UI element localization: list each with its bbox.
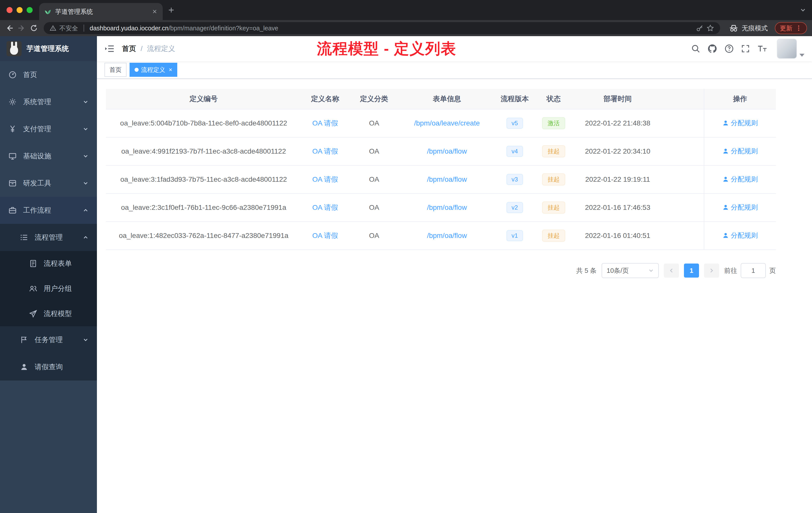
user-icon: [20, 363, 28, 371]
deploy-time: 2022-01-16 17:46:53: [573, 193, 663, 221]
sidebar-item-task-management[interactable]: 任务管理: [0, 326, 97, 353]
sidebar-item-user-group[interactable]: 用户分组: [0, 276, 97, 301]
prev-page-button[interactable]: [664, 264, 679, 278]
users-icon: [29, 284, 37, 293]
chrome-update-button[interactable]: 更新: [775, 22, 807, 34]
sidebar: 芋道管理系统 首页 系统管理: [0, 36, 97, 513]
chevron-down-icon: [648, 268, 654, 273]
traffic-lights: [0, 7, 39, 13]
assign-rule-button[interactable]: 分配规则: [722, 147, 758, 156]
browser-menu-icon[interactable]: [795, 25, 802, 31]
definition-name-link[interactable]: OA 请假: [312, 204, 338, 211]
definition-id: oa_leave:3:1fad3d93-7b75-11ec-a3c8-acde4…: [106, 165, 301, 193]
fullscreen-icon[interactable]: [741, 44, 750, 53]
chevron-up-icon: [83, 208, 88, 213]
assign-rule-button[interactable]: 分配规则: [722, 118, 758, 127]
col-operation: 操作: [704, 89, 776, 109]
search-icon[interactable]: [692, 44, 700, 53]
sidebar-item-label: 工作流程: [23, 206, 51, 215]
breadcrumb-current: 流程定义: [147, 44, 175, 54]
sidebar-item-process-model[interactable]: 流程模型: [0, 301, 97, 326]
help-icon[interactable]: [725, 44, 734, 53]
next-page-button[interactable]: [704, 264, 719, 278]
status-badge: 挂起: [542, 230, 565, 242]
definition-category: OA: [349, 221, 399, 250]
definition-category: OA: [349, 109, 399, 137]
form-info-link[interactable]: /bpm/oa/flow: [427, 147, 467, 155]
browser-tab[interactable]: 芋道管理系统: [39, 3, 163, 20]
tab-close-icon[interactable]: [152, 8, 158, 14]
sidebar-item-leave-query[interactable]: 请假查询: [0, 353, 97, 381]
tag-close-icon[interactable]: ×: [169, 66, 172, 73]
navbar-actions: [692, 39, 805, 59]
tag-process-definition[interactable]: 流程定义 ×: [129, 63, 177, 77]
tab-favicon-icon: [44, 8, 51, 15]
bookmark-star-icon[interactable]: [706, 24, 714, 32]
avatar[interactable]: [777, 39, 797, 59]
breadcrumb-separator: /: [141, 45, 143, 53]
minimize-window-button[interactable]: [17, 7, 23, 13]
not-secure-warning-icon[interactable]: [50, 25, 56, 31]
user-menu[interactable]: [777, 39, 805, 59]
definition-name-link[interactable]: OA 请假: [312, 119, 338, 127]
sidebar-toggle-icon[interactable]: [105, 44, 115, 54]
col-process-version: 流程版本: [495, 89, 535, 109]
zoom-window-button[interactable]: [27, 7, 33, 13]
version-badge: v1: [506, 230, 523, 241]
sidebar-item-infrastructure[interactable]: 基础设施: [0, 143, 97, 170]
chevron-up-icon: [83, 235, 88, 240]
password-key-icon[interactable]: [696, 24, 703, 32]
sidebar-item-system[interactable]: 系统管理: [0, 88, 97, 116]
forward-button[interactable]: [18, 24, 26, 32]
font-size-icon[interactable]: [757, 44, 767, 53]
form-info-link[interactable]: /bpm/oa/flow: [427, 232, 467, 239]
sidebar-item-payment[interactable]: 支付管理: [0, 116, 97, 143]
form-info-link[interactable]: /bpm/oa/flow: [427, 175, 467, 183]
definition-name-link[interactable]: OA 请假: [312, 232, 338, 239]
user-icon: [722, 176, 729, 182]
chevron-down-icon: [83, 126, 88, 132]
table-row: oa_leave:5:004b710b-7b8a-11ec-8ef0-acde4…: [106, 109, 776, 137]
goto-page-input[interactable]: [741, 263, 766, 278]
close-window-button[interactable]: [6, 7, 12, 13]
chevron-down-icon: [83, 99, 88, 105]
table-header-row: 定义编号 定义名称 定义分类 表单信息 流程版本 状态 部署时间 操作: [106, 89, 776, 109]
assign-rule-button[interactable]: 分配规则: [722, 203, 758, 212]
assign-rule-button[interactable]: 分配规则: [722, 231, 758, 240]
url-path: /bpm/manager/definition?key=oa_leave: [169, 25, 278, 32]
address-bar[interactable]: 不安全 dashboard.yudao.iocoder.cn/bpm/manag…: [44, 22, 720, 34]
page-content: 定义编号 定义名称 定义分类 表单信息 流程版本 状态 部署时间 操作: [97, 79, 812, 513]
sidebar-item-label: 用户分组: [44, 284, 72, 293]
sidebar-item-process-management[interactable]: 流程管理: [0, 224, 97, 251]
tab-strip: 芋道管理系统: [0, 0, 812, 20]
sidebar-item-label: 基础设施: [23, 151, 51, 161]
form-info-link[interactable]: /bpm/oa/flow: [427, 204, 467, 211]
list-icon: [20, 233, 28, 241]
definition-name-link[interactable]: OA 请假: [312, 147, 338, 155]
sidebar-item-workflow[interactable]: 工作流程: [0, 197, 97, 224]
back-button[interactable]: [5, 24, 13, 32]
tag-label: 流程定义: [141, 66, 165, 74]
assign-rule-button[interactable]: 分配规则: [722, 175, 758, 184]
form-info-link[interactable]: /bpm/oa/leave/create: [414, 119, 480, 127]
sidebar-item-devtools[interactable]: 研发工具: [0, 170, 97, 197]
reload-button[interactable]: [30, 24, 38, 32]
definition-name-link[interactable]: OA 请假: [312, 175, 338, 183]
tab-search-chevron-icon[interactable]: [800, 7, 806, 13]
sidebar-logo[interactable]: 芋道管理系统: [0, 36, 97, 61]
page-number-button[interactable]: 1: [684, 264, 699, 278]
top-navbar: 首页 / 流程定义 流程模型 - 定义列表: [97, 36, 812, 61]
sidebar-item-process-form[interactable]: 流程表单: [0, 251, 97, 276]
col-form-info: 表单信息: [399, 89, 495, 109]
tag-home[interactable]: 首页: [105, 63, 126, 77]
col-deploy-time: 部署时间: [573, 89, 663, 109]
definition-id: oa_leave:5:004b710b-7b8a-11ec-8ef0-acde4…: [106, 109, 301, 137]
page-size-select[interactable]: 10条/页: [602, 263, 659, 278]
sidebar-item-home[interactable]: 首页: [0, 61, 97, 88]
breadcrumb-home[interactable]: 首页: [122, 44, 136, 54]
pagination-total: 共 5 条: [576, 266, 597, 275]
col-definition-id: 定义编号: [106, 89, 301, 109]
app-title: 芋道管理系统: [27, 44, 69, 54]
github-icon[interactable]: [707, 44, 717, 54]
new-tab-button[interactable]: [168, 6, 175, 13]
